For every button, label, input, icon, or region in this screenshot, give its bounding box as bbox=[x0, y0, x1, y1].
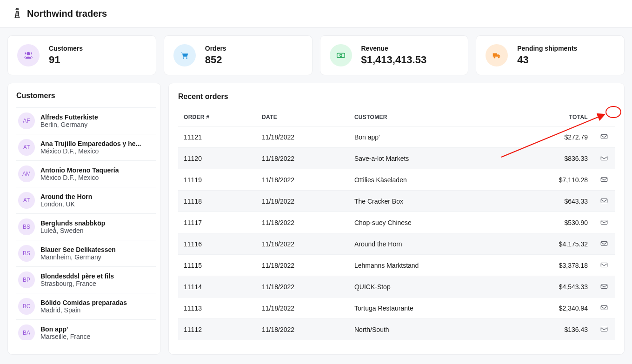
svg-rect-2 bbox=[601, 135, 607, 139]
cell-total: $836.33 bbox=[509, 148, 593, 169]
stats-row: Customers 91 Orders 852 Revenue $1,413,4… bbox=[7, 35, 625, 75]
customer-location: Luleå, Sweden bbox=[40, 227, 105, 234]
customer-name: Berglunds snabbköp bbox=[40, 219, 105, 227]
cell-order: 11116 bbox=[178, 233, 256, 255]
customer-location: México D.F., Mexico bbox=[40, 174, 119, 181]
table-row: 1111211/18/2022North/South$136.43 bbox=[178, 319, 615, 340]
cell-customer: The Cracker Box bbox=[349, 191, 509, 212]
table-row: 1112111/18/2022Bon app'$272.79 bbox=[178, 126, 615, 148]
cell-customer: Chop-suey Chinese bbox=[349, 212, 509, 233]
mail-icon[interactable] bbox=[599, 260, 609, 270]
table-row: 1111311/18/2022Tortuga Restaurante$2,340… bbox=[178, 298, 615, 319]
cell-total: $3,378.18 bbox=[509, 255, 593, 276]
list-item[interactable]: BCBólido Comidas preparadasMadrid, Spain bbox=[16, 293, 156, 320]
svg-rect-11 bbox=[601, 327, 607, 331]
cell-order: 11113 bbox=[178, 298, 256, 319]
cell-date: 11/18/2022 bbox=[256, 148, 349, 169]
col-header-action bbox=[593, 108, 615, 126]
col-header-customer: CUSTOMER bbox=[349, 108, 509, 126]
list-item[interactable]: ATAround the HornLondon, UK bbox=[16, 187, 156, 214]
table-row: 1111611/18/2022Around the Horn$4,175.32 bbox=[178, 233, 615, 255]
customers-panel: Customers AFAlfreds FutterkisteBerlin, G… bbox=[7, 83, 161, 355]
list-item[interactable]: BPBlondesddsl père et filsStrasbourg, Fr… bbox=[16, 267, 156, 293]
list-item[interactable]: AMAntonio Moreno TaqueríaMéxico D.F., Me… bbox=[16, 161, 156, 187]
stat-customers-value: 91 bbox=[49, 54, 83, 66]
svg-rect-0 bbox=[337, 53, 345, 57]
mail-icon[interactable] bbox=[599, 153, 609, 163]
cart-icon bbox=[173, 44, 196, 66]
mail-icon[interactable] bbox=[599, 303, 609, 313]
orders-table: ORDER # DATE CUSTOMER TOTAL 1112111/18/2… bbox=[178, 108, 615, 340]
cell-customer: Save-a-lot Markets bbox=[349, 148, 509, 169]
cell-order: 11121 bbox=[178, 126, 256, 148]
cell-total: $4,543.33 bbox=[509, 276, 593, 298]
customer-location: Berlin, Germany bbox=[40, 121, 98, 128]
lighthouse-icon bbox=[13, 7, 21, 20]
cell-date: 11/18/2022 bbox=[256, 276, 349, 298]
cell-total: $7,110.28 bbox=[509, 169, 593, 191]
customer-name: Alfreds Futterkiste bbox=[40, 113, 98, 121]
stat-customers-label: Customers bbox=[49, 45, 83, 52]
avatar: BP bbox=[18, 271, 35, 288]
avatar: BS bbox=[18, 218, 35, 235]
list-item[interactable]: BABon app'Marseille, France bbox=[16, 320, 156, 340]
svg-rect-4 bbox=[601, 178, 607, 182]
svg-rect-7 bbox=[601, 242, 607, 246]
list-item[interactable]: AFAlfreds FutterkisteBerlin, Germany bbox=[16, 107, 156, 134]
cell-total: $530.90 bbox=[509, 212, 593, 233]
customer-location: London, UK bbox=[40, 200, 92, 208]
stat-pending-label: Pending shipments bbox=[517, 45, 577, 52]
cell-order: 11112 bbox=[178, 319, 256, 340]
list-item[interactable]: ATAna Trujillo Emparedados y he...México… bbox=[16, 134, 156, 161]
list-item[interactable]: BSBlauer See DelikatessenMannheim, Germa… bbox=[16, 240, 156, 267]
mail-icon[interactable] bbox=[599, 132, 609, 142]
cell-date: 11/18/2022 bbox=[256, 319, 349, 340]
customer-location: Marseille, France bbox=[40, 333, 90, 340]
svg-rect-3 bbox=[601, 156, 607, 160]
customer-location: Strasbourg, France bbox=[40, 280, 114, 287]
customer-location: Mannheim, Germany bbox=[40, 253, 116, 261]
list-item[interactable]: BSBerglunds snabbköpLuleå, Sweden bbox=[16, 214, 156, 240]
mail-icon[interactable] bbox=[599, 238, 609, 249]
topbar: Northwind traders bbox=[0, 0, 632, 28]
svg-rect-5 bbox=[601, 199, 607, 203]
cell-customer: QUICK-Stop bbox=[349, 276, 509, 298]
customer-name: Ana Trujillo Emparedados y he... bbox=[40, 140, 141, 147]
cell-order: 11118 bbox=[178, 191, 256, 212]
avatar: AM bbox=[18, 165, 35, 182]
mail-icon[interactable] bbox=[599, 324, 609, 334]
table-row: 1112011/18/2022Save-a-lot Markets$836.33 bbox=[178, 148, 615, 169]
app-title: Northwind traders bbox=[27, 8, 107, 19]
mail-icon[interactable] bbox=[599, 196, 609, 206]
customer-name: Bon app' bbox=[40, 325, 90, 333]
customers-list[interactable]: AFAlfreds FutterkisteBerlin, GermanyATAn… bbox=[16, 107, 156, 340]
table-row: 1111811/18/2022The Cracker Box$643.33 bbox=[178, 191, 615, 212]
svg-rect-8 bbox=[601, 263, 607, 267]
mail-icon[interactable] bbox=[599, 281, 609, 291]
table-row: 1111711/18/2022Chop-suey Chinese$530.90 bbox=[178, 212, 615, 233]
cell-total: $272.79 bbox=[509, 126, 593, 148]
table-row: 1111411/18/2022QUICK-Stop$4,543.33 bbox=[178, 276, 615, 298]
cell-order: 11120 bbox=[178, 148, 256, 169]
svg-rect-6 bbox=[601, 220, 607, 225]
stat-pending-value: 43 bbox=[517, 54, 577, 66]
col-header-order: ORDER # bbox=[178, 108, 256, 126]
cell-customer: Lehmanns Marktstand bbox=[349, 255, 509, 276]
stat-revenue-label: Revenue bbox=[361, 45, 427, 52]
truck-icon bbox=[486, 44, 508, 66]
cell-date: 11/18/2022 bbox=[256, 126, 349, 148]
svg-rect-9 bbox=[601, 285, 607, 289]
people-icon bbox=[17, 44, 40, 66]
col-header-total: TOTAL bbox=[509, 108, 593, 126]
svg-rect-10 bbox=[601, 306, 607, 310]
cell-customer: Around the Horn bbox=[349, 233, 509, 255]
mail-icon[interactable] bbox=[599, 217, 609, 227]
customer-location: Madrid, Spain bbox=[40, 306, 127, 314]
cell-date: 11/18/2022 bbox=[256, 191, 349, 212]
stat-pending: Pending shipments 43 bbox=[476, 35, 625, 75]
avatar: AT bbox=[18, 192, 35, 209]
table-row: 1111911/18/2022Ottilies Käseladen$7,110.… bbox=[178, 169, 615, 191]
orders-title: Recent orders bbox=[178, 93, 615, 101]
cell-order: 11117 bbox=[178, 212, 256, 233]
mail-icon[interactable] bbox=[599, 174, 609, 185]
